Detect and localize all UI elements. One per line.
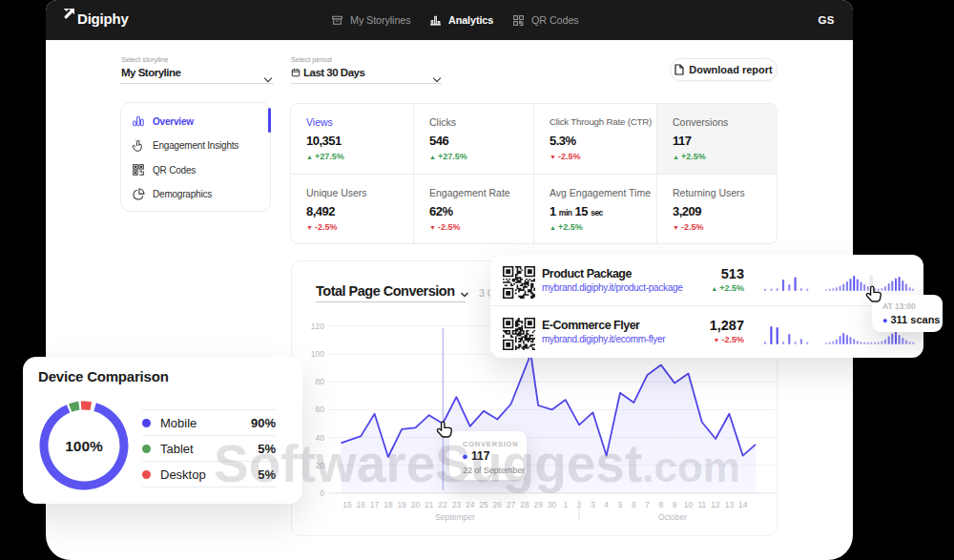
- svg-text:28: 28: [520, 500, 529, 509]
- svg-text:22: 22: [438, 500, 447, 509]
- svg-text:40: 40: [316, 433, 325, 443]
- svg-text:21: 21: [425, 500, 434, 509]
- svg-text:1: 1: [563, 500, 568, 509]
- svg-text:20: 20: [411, 500, 421, 509]
- svg-text:6: 6: [632, 500, 636, 509]
- svg-text:100: 100: [311, 349, 324, 359]
- svg-text:24: 24: [466, 500, 475, 509]
- svg-text:19: 19: [397, 500, 406, 509]
- svg-text:4: 4: [604, 500, 609, 509]
- svg-text:80: 80: [316, 377, 325, 386]
- svg-text:3: 3: [591, 500, 595, 509]
- svg-text:20: 20: [316, 461, 325, 470]
- svg-text:30: 30: [548, 500, 557, 509]
- svg-text:Septemper: Septemper: [435, 512, 475, 522]
- svg-text:60: 60: [316, 404, 325, 414]
- svg-text:15: 15: [342, 500, 352, 509]
- svg-text:11: 11: [697, 500, 706, 509]
- svg-text:16: 16: [357, 500, 366, 509]
- svg-text:October: October: [658, 512, 687, 522]
- svg-text:13: 13: [725, 500, 735, 509]
- svg-text:120: 120: [311, 321, 324, 331]
- svg-text:29: 29: [533, 500, 543, 509]
- svg-text:8: 8: [659, 500, 664, 509]
- svg-text:18: 18: [384, 500, 393, 509]
- svg-text:14: 14: [738, 500, 748, 509]
- svg-text:10: 10: [684, 500, 694, 509]
- svg-text:27: 27: [507, 500, 516, 509]
- svg-text:25: 25: [479, 500, 488, 509]
- svg-text:26: 26: [493, 500, 503, 509]
- svg-text:23: 23: [452, 500, 462, 509]
- svg-text:5: 5: [618, 500, 623, 509]
- svg-text:17: 17: [370, 500, 380, 509]
- svg-text:0: 0: [320, 488, 324, 498]
- svg-text:100%: 100%: [65, 438, 103, 454]
- svg-text:12: 12: [711, 500, 720, 509]
- svg-text:7: 7: [645, 500, 650, 509]
- svg-text:9: 9: [673, 500, 677, 509]
